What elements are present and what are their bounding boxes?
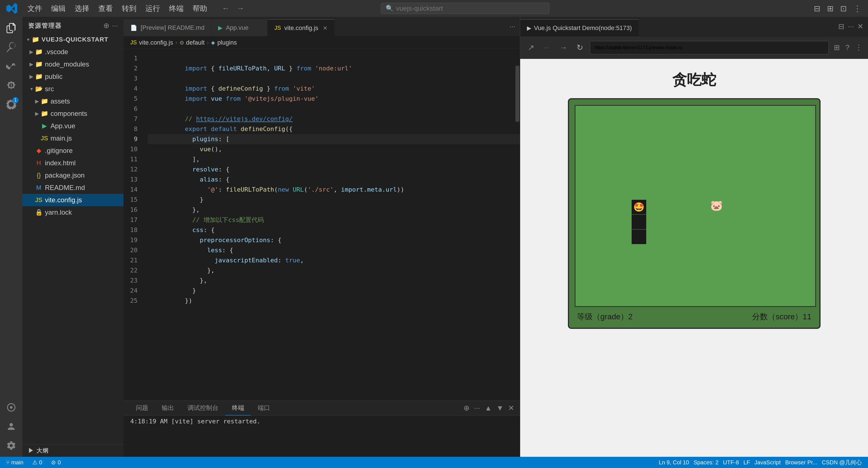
status-branch[interactable]: ⑂ main xyxy=(4,459,25,466)
code-editor[interactable]: 1 2 3 4 5 6 7 8 9 10 11 12 13 14 15 16 1… xyxy=(124,49,520,401)
file-gitignore[interactable]: ▶ ◆ .gitignore xyxy=(23,144,124,157)
folder-icon: 📁 xyxy=(35,73,43,80)
status-browser-pr[interactable]: Browser Pr... xyxy=(783,459,819,466)
menu-edit[interactable]: 编辑 xyxy=(47,3,70,14)
sidebar-item-explorer[interactable] xyxy=(3,20,20,36)
terminal-panel: 问题 输出 调试控制台 终端 端口 ⊕ ··· ▲ ▼ ✕ 4:18:19 AM… xyxy=(124,401,520,457)
status-errors[interactable]: ⚠ 0 xyxy=(31,459,44,466)
browser-url-bar[interactable]: https://zaqfab-bknnvl-5173.preview.myide… xyxy=(590,41,829,55)
preview-more-icon[interactable]: ··· xyxy=(848,22,854,31)
folder-vscode[interactable]: ▶ 📁 .vscode xyxy=(23,46,124,58)
terminal-tab-problems[interactable]: 问题 xyxy=(129,401,155,415)
menu-terminal[interactable]: 终端 xyxy=(165,3,188,14)
folder-root[interactable]: ▾ 📁 VUEJS-QUICKSTART xyxy=(23,33,124,46)
tab-vite-config[interactable]: JS vite.config.js ✕ xyxy=(268,20,334,36)
terminal-add-icon[interactable]: ⊕ xyxy=(463,404,470,412)
browser-external-icon[interactable]: ↗ xyxy=(525,41,537,54)
sidebar-item-run-debug[interactable] xyxy=(3,77,20,94)
outline-title[interactable]: ▶ 大纲 xyxy=(28,447,118,455)
file-package-json[interactable]: ▶ {} package.json xyxy=(23,169,124,181)
browser-copy-icon[interactable]: ⊞ xyxy=(833,42,841,53)
status-csdn[interactable]: CSDN @几何心 xyxy=(820,459,864,466)
file-index-html-label: index.html xyxy=(45,159,75,167)
preview-split-icon[interactable]: ⊟ xyxy=(838,22,844,31)
new-file-icon[interactable]: ⊕ xyxy=(103,21,110,30)
browser-refresh-button[interactable]: ↻ xyxy=(574,41,586,54)
file-yarn-lock[interactable]: ▶ 🔒 yarn.lock xyxy=(23,206,124,219)
tab-close-icon[interactable]: ✕ xyxy=(323,25,328,31)
folder-arrow-icon: ▶ xyxy=(34,98,40,105)
tab-app-vue[interactable]: ▶ App.vue xyxy=(211,20,268,36)
browser-help-icon[interactable]: ? xyxy=(844,42,850,53)
folder-node-modules[interactable]: ▶ 📁 node_modules xyxy=(23,58,124,70)
sidebar-item-source-control[interactable] xyxy=(3,58,20,75)
terminal-up-icon[interactable]: ▲ xyxy=(485,404,492,412)
status-spaces[interactable]: Spaces: 2 xyxy=(692,459,720,466)
terminal-tab-ports[interactable]: 端口 xyxy=(251,401,277,415)
sidebar-item-remote[interactable] xyxy=(3,399,20,416)
line-num-1: 1 xyxy=(124,53,143,63)
menu-file[interactable]: 文件 xyxy=(24,3,46,14)
breadcrumb-default[interactable]: default xyxy=(186,39,205,46)
browser-forward-button[interactable]: → xyxy=(557,41,569,54)
file-vite-config[interactable]: ▶ JS vite.config.js xyxy=(23,194,124,206)
terminal-down-icon[interactable]: ▼ xyxy=(496,404,504,412)
browser-back-button[interactable]: ← xyxy=(541,41,553,54)
game-grade: 等级（grade）2 xyxy=(577,311,633,322)
sidebar-item-search[interactable] xyxy=(3,39,20,56)
file-index-html[interactable]: ▶ H index.html xyxy=(23,157,124,169)
scroll-handle[interactable] xyxy=(516,66,519,122)
preview-close-icon[interactable]: ✕ xyxy=(857,22,864,31)
html-file-icon: H xyxy=(35,159,43,167)
folder-assets[interactable]: ▶ 📁 assets xyxy=(23,95,124,107)
status-position[interactable]: Ln 9, Col 10 xyxy=(657,459,691,466)
status-eol[interactable]: LF xyxy=(742,459,751,466)
code-line-1: import { fileURLToPath, URL } from 'node… xyxy=(148,53,520,63)
menu-view[interactable]: 查看 xyxy=(94,3,117,14)
global-search-bar[interactable]: 🔍 xyxy=(381,3,549,14)
customize-icon[interactable]: ⋮ xyxy=(852,3,862,14)
browser-qr-icon[interactable]: ⋮ xyxy=(854,42,864,53)
sidebar-item-accounts[interactable] xyxy=(3,418,20,435)
menu-help[interactable]: 帮助 xyxy=(189,3,211,14)
status-eol-label: LF xyxy=(743,459,750,466)
breadcrumb-plugins[interactable]: plugins xyxy=(217,39,237,46)
code-content[interactable]: import { fileURLToPath, URL } from 'node… xyxy=(143,49,520,401)
status-language[interactable]: JavaScript xyxy=(753,459,782,466)
folder-components[interactable]: ▶ 📁 components xyxy=(23,107,124,120)
sidebar-item-extensions[interactable]: 1 xyxy=(3,96,20,113)
sidebar-item-settings[interactable] xyxy=(3,437,20,454)
editor-area: 📄 [Preview] README.md ▶ App.vue JS vite.… xyxy=(124,17,520,457)
more-actions-icon[interactable]: ··· xyxy=(112,21,118,30)
menu-select[interactable]: 选择 xyxy=(71,3,93,14)
game-score: 分数（score）11 xyxy=(752,311,812,322)
search-input[interactable] xyxy=(396,4,545,12)
status-warnings[interactable]: ⊘ 0 xyxy=(50,459,62,466)
line-num-23: 23 xyxy=(124,275,143,286)
game-board[interactable]: 🤩 🐷 xyxy=(575,105,816,307)
terminal-more-icon[interactable]: ··· xyxy=(474,404,480,412)
tab-more-button[interactable]: ··· xyxy=(505,22,520,31)
panel-icon[interactable]: ⊞ xyxy=(826,3,835,14)
back-button[interactable]: ← xyxy=(219,3,232,14)
layout-icon[interactable]: ⊟ xyxy=(813,3,822,14)
file-readme-md[interactable]: ▶ M README.md xyxy=(23,181,124,194)
menu-goto[interactable]: 转到 xyxy=(118,3,141,14)
breadcrumb-file[interactable]: vite.config.js xyxy=(139,39,173,46)
terminal-close-icon[interactable]: ✕ xyxy=(508,404,514,412)
terminal-tab-terminal[interactable]: 终端 xyxy=(225,401,251,415)
split-icon[interactable]: ⊡ xyxy=(839,3,848,14)
folder-src[interactable]: ▾ 📂 src xyxy=(23,83,124,95)
folder-public[interactable]: ▶ 📁 public xyxy=(23,70,124,83)
line-num-7: 7 xyxy=(124,114,143,124)
file-app-vue[interactable]: ▶ ▶ App.vue xyxy=(23,120,124,132)
terminal-tab-output[interactable]: 输出 xyxy=(155,401,181,415)
file-main-js[interactable]: ▶ JS main.js xyxy=(23,132,124,144)
tab-readme[interactable]: 📄 [Preview] README.md xyxy=(124,20,211,36)
forward-button[interactable]: → xyxy=(234,3,246,14)
preview-tab[interactable]: ▶ Vue.js Quickstart Demo(node:5173) xyxy=(520,20,639,36)
status-encoding[interactable]: UTF-8 xyxy=(721,459,741,466)
menu-run[interactable]: 运行 xyxy=(142,3,164,14)
preview-panel: ▶ Vue.js Quickstart Demo(node:5173) ⊟ ··… xyxy=(520,17,868,457)
terminal-tab-debug[interactable]: 调试控制台 xyxy=(181,401,225,415)
